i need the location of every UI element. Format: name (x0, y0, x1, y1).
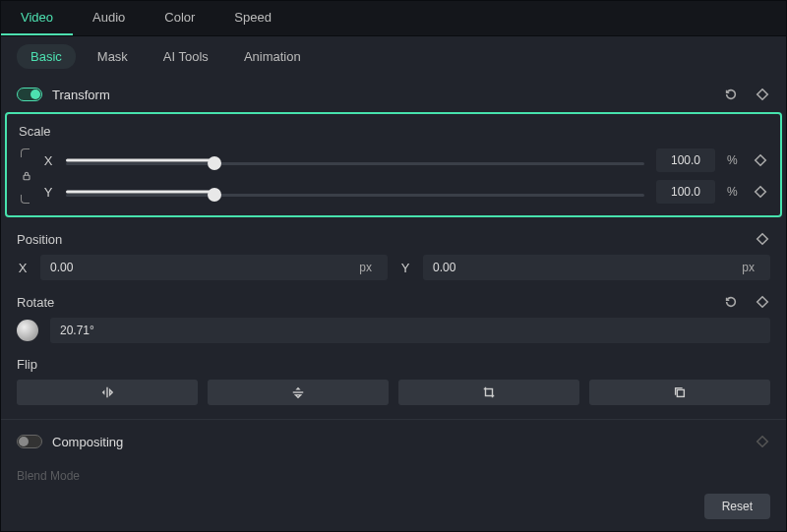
position-x-input[interactable] (50, 255, 359, 280)
scale-x-slider[interactable] (66, 162, 644, 165)
scale-y-keyframe-icon[interactable] (753, 184, 768, 200)
rotate-section: Rotate (1, 290, 786, 353)
flip-vertical-button[interactable] (208, 380, 389, 405)
transform-header: Transform (1, 77, 786, 112)
crop-button[interactable] (398, 380, 579, 405)
scale-y-unit: % (727, 185, 741, 199)
blend-mode-section: Blend Mode Normal (1, 459, 786, 482)
scale-x-value[interactable] (656, 148, 715, 172)
subtab-animation[interactable]: Animation (230, 44, 315, 69)
svg-rect-2 (677, 389, 684, 396)
tab-speed[interactable]: Speed (214, 1, 291, 35)
transform-label: Transform (52, 88, 723, 102)
scale-x-unit: % (727, 153, 741, 167)
position-x-unit: px (359, 261, 380, 274)
flip-title: Flip (17, 357, 37, 372)
position-y-input[interactable] (433, 255, 742, 280)
rotate-title: Rotate (17, 295, 54, 310)
svg-rect-1 (486, 389, 493, 396)
footer: Reset (1, 482, 786, 531)
tab-color[interactable]: Color (145, 1, 214, 35)
reset-icon[interactable] (723, 87, 739, 102)
scale-y-label: Y (42, 185, 54, 200)
subtab-basic[interactable]: Basic (17, 44, 76, 69)
position-y-unit: px (742, 261, 762, 274)
tabs-sub: Basic Mask AI Tools Animation (1, 36, 786, 77)
position-keyframe-icon[interactable] (755, 231, 770, 247)
tab-video[interactable]: Video (1, 1, 73, 35)
scale-x-keyframe-icon[interactable] (753, 152, 768, 168)
scale-y-value[interactable] (656, 180, 715, 204)
compositing-label: Compositing (52, 435, 755, 449)
rotate-dial[interactable] (17, 320, 38, 341)
flip-horizontal-button[interactable] (17, 380, 198, 405)
subtab-aitools[interactable]: AI Tools (150, 44, 222, 69)
rotate-reset-icon[interactable] (723, 294, 739, 310)
scale-y-slider[interactable] (66, 194, 644, 197)
subtab-mask[interactable]: Mask (84, 44, 142, 69)
flip-section: Flip (1, 353, 786, 415)
copy-button[interactable] (589, 380, 770, 405)
scale-group: Scale X % (5, 112, 782, 217)
transform-toggle[interactable] (17, 88, 42, 101)
compositing-header: Compositing (1, 424, 786, 459)
position-title: Position (17, 232, 62, 247)
compositing-keyframe-icon[interactable] (755, 434, 770, 449)
blend-mode-label: Blend Mode (17, 469, 770, 482)
tab-audio[interactable]: Audio (73, 1, 145, 35)
position-section: Position X px Y px (1, 227, 786, 290)
reset-button[interactable]: Reset (704, 494, 770, 519)
position-x-label: X (17, 261, 29, 275)
rotate-input[interactable] (50, 318, 770, 343)
rotate-keyframe-icon[interactable] (755, 294, 770, 310)
compositing-toggle[interactable] (17, 435, 42, 448)
position-y-label: Y (399, 261, 411, 275)
scale-lock[interactable] (19, 148, 34, 204)
scale-title: Scale (19, 124, 768, 139)
keyframe-icon[interactable] (755, 87, 770, 102)
scale-x-label: X (42, 153, 54, 168)
tabs-top: Video Audio Color Speed (1, 1, 786, 36)
